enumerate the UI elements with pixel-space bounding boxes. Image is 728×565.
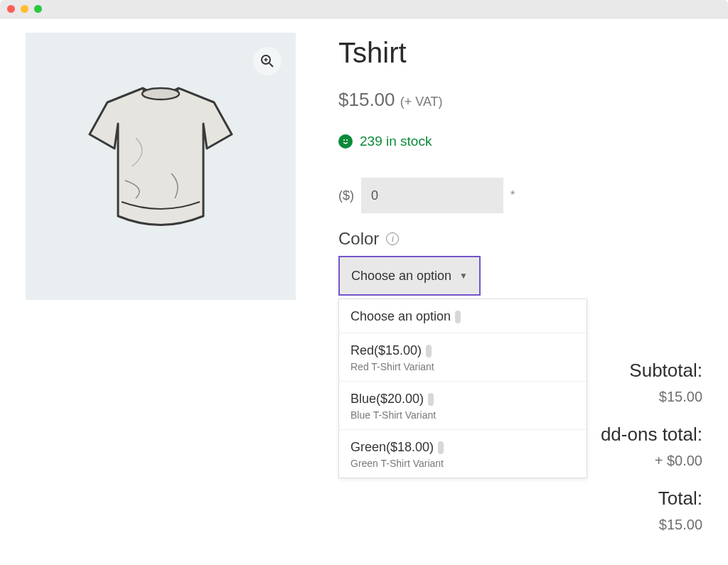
color-option-blue[interactable]: Blue($20.00) Blue T-Shirt Variant [339, 381, 587, 429]
window-maximize-button[interactable] [34, 5, 42, 13]
swatch-icon [438, 441, 444, 454]
price-amount: $15.00 [338, 89, 395, 110]
product-details: Tshirt $15.00 (+ VAT) 239 in stock ($) *… [338, 33, 702, 565]
color-attribute-label: Color i [338, 229, 702, 249]
color-label-text: Color [338, 229, 379, 249]
color-select[interactable]: Choose an option ▼ [338, 256, 481, 296]
smiley-icon [338, 134, 353, 149]
color-option-green[interactable]: Green($18.00) Green T-Shirt Variant [339, 429, 587, 478]
svg-point-5 [343, 139, 345, 141]
addon-currency-label: ($) [338, 188, 354, 203]
swatch-icon [455, 311, 461, 323]
product-gallery [26, 33, 296, 300]
window-minimize-button[interactable] [21, 5, 28, 13]
price-vat-suffix: (+ VAT) [400, 95, 443, 109]
color-option-placeholder[interactable]: Choose an option [339, 299, 587, 333]
product-image[interactable] [65, 74, 257, 259]
option-label: Red($15.00) [350, 343, 422, 358]
option-description: Green T-Shirt Variant [350, 458, 575, 469]
custom-price-input[interactable] [361, 178, 503, 213]
product-title: Tshirt [338, 37, 702, 69]
color-select-wrapper: Choose an option ▼ Choose an option Red(… [338, 256, 481, 296]
total-value: $15.00 [475, 517, 702, 533]
svg-point-4 [142, 88, 179, 99]
color-option-red[interactable]: Red($15.00) Red T-Shirt Variant [339, 333, 587, 381]
browser-window: Tshirt $15.00 (+ VAT) 239 in stock ($) *… [0, 0, 728, 565]
total-label: Total: [475, 488, 702, 510]
svg-point-6 [346, 139, 348, 141]
stock-status: 239 in stock [338, 134, 702, 149]
option-label: Green($18.00) [350, 440, 434, 455]
product-page: Tshirt $15.00 (+ VAT) 239 in stock ($) *… [0, 18, 728, 565]
option-label: Choose an option [350, 309, 451, 324]
stock-text: 239 in stock [360, 134, 432, 149]
color-select-value: Choose an option [351, 269, 451, 284]
window-titlebar [0, 0, 728, 18]
custom-price-addon-row: ($) * [338, 178, 702, 213]
chevron-down-icon: ▼ [459, 271, 468, 281]
color-dropdown: Choose an option Red($15.00) Red T-Shirt… [338, 298, 587, 478]
option-description: Blue T-Shirt Variant [350, 409, 575, 421]
option-description: Red T-Shirt Variant [350, 361, 575, 372]
product-price: $15.00 (+ VAT) [338, 89, 702, 111]
svg-line-1 [269, 63, 273, 67]
info-icon[interactable]: i [386, 232, 399, 245]
zoom-button[interactable] [253, 47, 282, 75]
swatch-icon [428, 393, 434, 406]
magnifier-plus-icon [260, 54, 274, 68]
option-label: Blue($20.00) [350, 392, 424, 407]
swatch-icon [426, 345, 432, 357]
window-close-button[interactable] [7, 5, 15, 13]
required-asterisk: * [510, 189, 515, 202]
